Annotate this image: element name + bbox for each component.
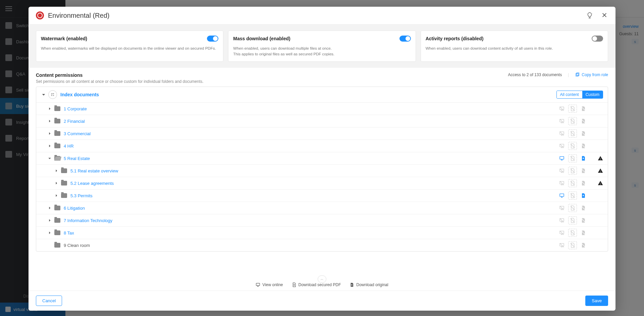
perm-view-icon[interactable]: [557, 229, 566, 237]
folder-label[interactable]: 5.3 Permits: [70, 193, 557, 198]
toggle-switch[interactable]: [592, 36, 603, 42]
folder-label[interactable]: 7 Information Technology: [64, 218, 557, 223]
svg-rect-18: [256, 283, 260, 285]
perm-pdf-icon[interactable]: [568, 105, 577, 113]
perm-pdf-icon[interactable]: [568, 241, 577, 249]
folder-icon: [54, 243, 60, 248]
warning-icon: [598, 180, 603, 186]
folder-label[interactable]: 5.1 Real estate overview: [70, 168, 557, 173]
chevron-icon[interactable]: [47, 106, 52, 111]
index-documents-label[interactable]: Index documents: [60, 92, 556, 97]
perm-view-icon[interactable]: [557, 167, 566, 175]
tree-header: Index documents All content Custom: [36, 87, 608, 103]
perm-view-icon[interactable]: [557, 117, 566, 125]
chevron-icon[interactable]: [54, 180, 59, 186]
perm-view-icon[interactable]: [557, 241, 566, 249]
folder-row: 1 Corporate: [36, 103, 608, 115]
toggle-switch[interactable]: [207, 36, 218, 42]
perm-pdf-icon[interactable]: [568, 167, 577, 175]
folder-label[interactable]: 5.2 Lease agreements: [70, 181, 557, 186]
folder-label[interactable]: 5 Real Estate: [64, 156, 557, 161]
perm-icons-group: [557, 167, 588, 175]
chevron-placeholder: [47, 243, 52, 248]
chevron-icon[interactable]: [54, 168, 59, 173]
permissions-subtitle: Set permissions on all content at once o…: [36, 79, 204, 84]
chevron-icon[interactable]: [54, 193, 59, 198]
settings-card: Activity reports (disabled)When enabled,…: [421, 31, 608, 62]
perm-original-icon[interactable]: [579, 167, 588, 175]
perm-original-icon[interactable]: [579, 142, 588, 150]
chevron-icon[interactable]: [47, 143, 52, 149]
save-button[interactable]: Save: [585, 296, 608, 306]
folder-row: 6 Litigation: [36, 202, 608, 214]
modal-header: Environmental (Red): [29, 7, 615, 24]
folder-row: 4 HR: [36, 140, 608, 152]
perm-icons-group: [557, 154, 588, 162]
folder-icon: [54, 218, 60, 223]
perm-original-icon[interactable]: [579, 204, 588, 212]
perm-pdf-icon[interactable]: [568, 154, 577, 162]
folder-label[interactable]: 3 Commercial: [64, 131, 557, 136]
perm-view-icon[interactable]: [557, 204, 566, 212]
legend-view-online: View online: [256, 282, 283, 287]
perm-view-icon[interactable]: [557, 129, 566, 138]
perm-original-icon[interactable]: [579, 241, 588, 249]
chevron-down-icon[interactable]: [41, 92, 46, 97]
perm-view-icon[interactable]: [557, 105, 566, 113]
perm-view-icon[interactable]: [557, 192, 566, 200]
perm-original-icon[interactable]: [579, 129, 588, 138]
folder-row: 8 Tax: [36, 227, 608, 239]
perm-pdf-icon[interactable]: [568, 179, 577, 187]
perm-pdf-icon[interactable]: [568, 142, 577, 150]
perm-pdf-icon[interactable]: [568, 117, 577, 125]
modal-title: Environmental (Red): [48, 12, 586, 19]
folder-icon: [54, 106, 60, 111]
folder-label[interactable]: 8 Tax: [64, 230, 557, 235]
chevron-icon[interactable]: [47, 218, 52, 223]
chevron-icon[interactable]: [47, 156, 52, 161]
perm-view-icon[interactable]: [557, 142, 566, 150]
perm-icons-group: [557, 241, 588, 249]
perm-icons-group: [557, 129, 588, 138]
folder-label[interactable]: 1 Corporate: [64, 106, 557, 111]
toggle-switch[interactable]: [399, 36, 411, 42]
legend-download-secured-pdf: Download secured PDF: [292, 282, 341, 287]
perm-view-icon[interactable]: [557, 216, 566, 224]
perm-original-icon[interactable]: [579, 117, 588, 125]
perm-original-icon[interactable]: [579, 179, 588, 187]
folder-icon: [61, 181, 67, 186]
all-content-button[interactable]: All content: [557, 91, 582, 98]
perm-pdf-icon[interactable]: [568, 192, 577, 200]
folder-tree: Index documents All content Custom 1 Cor…: [36, 87, 608, 252]
perm-original-icon[interactable]: [579, 229, 588, 237]
hint-bulb-icon[interactable]: [586, 12, 593, 19]
perm-pdf-icon[interactable]: [568, 229, 577, 237]
cancel-button[interactable]: Cancel: [36, 296, 62, 306]
folder-label[interactable]: 6 Litigation: [64, 206, 557, 211]
perm-view-icon[interactable]: [557, 179, 566, 187]
chevron-icon[interactable]: [47, 205, 52, 211]
chevron-icon[interactable]: [47, 118, 52, 124]
access-count: Access to 2 of 133 documents: [508, 72, 562, 77]
close-icon[interactable]: [601, 12, 608, 19]
perm-pdf-icon[interactable]: [568, 129, 577, 138]
card-title: Mass download (enabled): [233, 36, 290, 41]
perm-original-icon[interactable]: [579, 216, 588, 224]
settings-card: Watermark (enabled)When enabled, waterma…: [36, 31, 223, 62]
content-permissions-section: Content permissions Set permissions on a…: [29, 68, 615, 256]
chevron-icon[interactable]: [47, 230, 52, 235]
folder-icon: [54, 119, 60, 123]
folder-label[interactable]: 4 HR: [64, 144, 557, 149]
perm-view-icon[interactable]: [557, 154, 566, 162]
perm-original-icon[interactable]: [579, 105, 588, 113]
perm-original-icon[interactable]: [579, 154, 588, 162]
collapse-pill-icon[interactable]: ︿: [318, 275, 326, 283]
perm-pdf-icon[interactable]: [568, 216, 577, 224]
folder-label[interactable]: 2 Financial: [64, 119, 557, 124]
chevron-icon[interactable]: [47, 131, 52, 136]
custom-button[interactable]: Custom: [582, 91, 603, 98]
copy-from-role-link[interactable]: Copy from role: [575, 72, 608, 77]
perm-original-icon[interactable]: [579, 192, 588, 200]
perm-pdf-icon[interactable]: [568, 204, 577, 212]
folder-row: 5.1 Real estate overview: [36, 165, 608, 177]
